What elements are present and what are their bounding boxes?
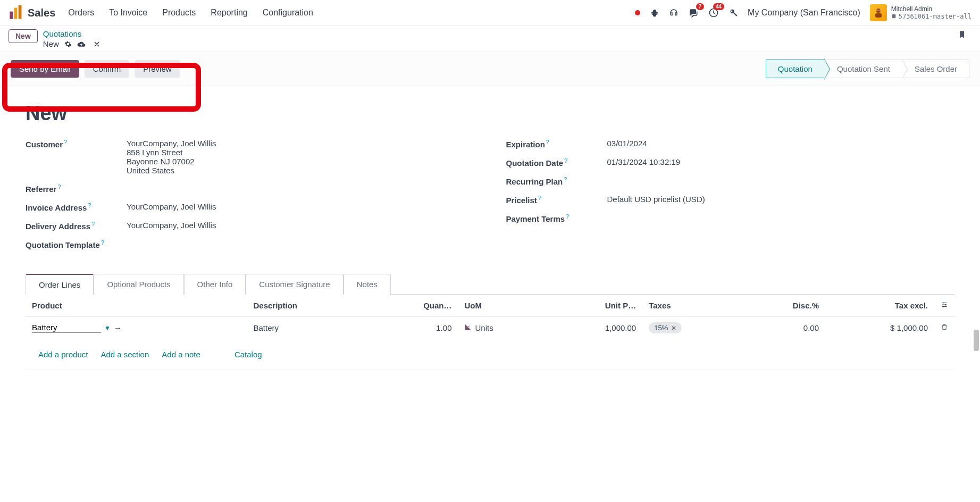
cell-disc[interactable]: 0.00 bbox=[741, 317, 825, 339]
col-options[interactable] bbox=[934, 295, 954, 317]
tools-icon[interactable] bbox=[728, 8, 738, 18]
breadcrumb-quotations[interactable]: Quotations bbox=[43, 29, 100, 38]
cell-unit-price[interactable]: 1,000.00 bbox=[548, 317, 642, 339]
app-brand[interactable]: Sales bbox=[9, 5, 55, 20]
col-tax-excl[interactable]: Tax excl. bbox=[825, 295, 934, 317]
tax-chip[interactable]: 15% ✕ bbox=[649, 322, 682, 333]
action-bar: Send by Email Confirm Preview Quotation … bbox=[0, 52, 980, 86]
svg-rect-2 bbox=[19, 5, 22, 19]
field-pricelist[interactable]: Default USD pricelist (USD) bbox=[607, 195, 705, 204]
label-referrer: Referrer? bbox=[26, 183, 127, 194]
send-by-email-button[interactable]: Send by Email bbox=[11, 60, 79, 78]
status-quotation-sent[interactable]: Quotation Sent bbox=[825, 60, 902, 78]
field-expiration[interactable]: 03/01/2024 bbox=[607, 139, 647, 148]
label-payment-terms: Payment Terms? bbox=[506, 213, 607, 223]
nav-configuration[interactable]: Configuration bbox=[263, 8, 313, 18]
col-description[interactable]: Description bbox=[247, 295, 370, 317]
col-quantity[interactable]: Quan… bbox=[369, 295, 458, 317]
cloud-save-icon[interactable] bbox=[77, 40, 86, 48]
topbar-right: 7 44 My Company (San Francisco) Mitchell… bbox=[635, 4, 971, 21]
scrollbar-thumb[interactable] bbox=[974, 330, 979, 351]
help-icon[interactable]: ? bbox=[64, 139, 67, 145]
help-icon[interactable]: ? bbox=[57, 183, 61, 190]
confirm-button[interactable]: Confirm bbox=[85, 60, 130, 78]
tab-order-lines[interactable]: Order Lines bbox=[26, 274, 94, 295]
label-recurring-plan: Recurring Plan? bbox=[506, 176, 607, 186]
label-pricelist: Pricelist? bbox=[506, 195, 607, 205]
bug-icon[interactable] bbox=[650, 8, 659, 18]
internal-link-icon[interactable]: → bbox=[114, 323, 122, 332]
help-icon[interactable]: ? bbox=[101, 239, 104, 246]
col-disc[interactable]: Disc.% bbox=[741, 295, 825, 317]
database-icon bbox=[891, 14, 897, 19]
record-title: New bbox=[26, 102, 954, 125]
help-icon[interactable]: ? bbox=[546, 139, 549, 145]
nav-orders[interactable]: Orders bbox=[68, 8, 94, 18]
user-menu[interactable]: Mitchell Admin 57361061-master-all bbox=[870, 4, 971, 21]
svg-rect-5 bbox=[875, 13, 882, 18]
topbar: Sales Orders To Invoice Products Reporti… bbox=[0, 0, 980, 26]
status-quotation[interactable]: Quotation bbox=[766, 60, 825, 78]
field-invoice-address[interactable]: YourCompany, Joel Willis bbox=[127, 202, 216, 211]
new-record-button[interactable]: New bbox=[9, 29, 38, 43]
status-sales-order[interactable]: Sales Order bbox=[902, 60, 969, 78]
label-customer: Customer? bbox=[26, 139, 127, 149]
preview-button[interactable]: Preview bbox=[135, 60, 180, 78]
notebook-tabs: Order Lines Optional Products Other Info… bbox=[26, 274, 954, 295]
field-quotation-date[interactable]: 01/31/2024 10:32:19 bbox=[607, 157, 681, 166]
help-icon[interactable]: ? bbox=[564, 157, 567, 164]
company-selector[interactable]: My Company (San Francisco) bbox=[748, 8, 860, 18]
help-icon[interactable]: ? bbox=[538, 195, 541, 201]
cell-description[interactable]: Battery bbox=[247, 317, 370, 339]
delete-row-icon[interactable] bbox=[934, 317, 954, 339]
tab-notes[interactable]: Notes bbox=[344, 274, 391, 295]
label-quotation-date: Quotation Date? bbox=[506, 157, 607, 168]
help-icon[interactable]: ? bbox=[564, 176, 567, 182]
add-section-link[interactable]: Add a section bbox=[100, 350, 149, 359]
tab-other-info[interactable]: Other Info bbox=[184, 274, 246, 295]
nav-to-invoice[interactable]: To Invoice bbox=[109, 8, 147, 18]
sliders-icon bbox=[941, 301, 948, 308]
activities-badge: 44 bbox=[713, 3, 724, 10]
bookmark-icon[interactable] bbox=[958, 29, 966, 40]
svg-rect-1 bbox=[14, 8, 18, 19]
cell-uom[interactable]: Units bbox=[475, 323, 493, 332]
tab-optional-products[interactable]: Optional Products bbox=[94, 274, 183, 295]
activities-icon[interactable]: 44 bbox=[708, 7, 719, 18]
help-icon[interactable]: ? bbox=[566, 213, 569, 220]
help-icon[interactable]: ? bbox=[91, 221, 95, 227]
col-taxes[interactable]: Taxes bbox=[642, 295, 741, 317]
nav-products[interactable]: Products bbox=[162, 8, 196, 18]
catalog-link[interactable]: Catalog bbox=[234, 350, 262, 359]
col-uom[interactable]: UoM bbox=[458, 295, 548, 317]
add-note-link[interactable]: Add a note bbox=[162, 350, 200, 359]
user-info: Mitchell Admin 57361061-master-all bbox=[891, 5, 971, 20]
col-product[interactable]: Product bbox=[26, 295, 247, 317]
product-input[interactable] bbox=[32, 323, 101, 333]
sales-app-icon bbox=[9, 5, 23, 20]
field-delivery-address[interactable]: YourCompany, Joel Willis bbox=[127, 221, 216, 230]
status-bar: Quotation Quotation Sent Sales Order bbox=[766, 60, 969, 78]
col-unit-price[interactable]: Unit P… bbox=[548, 295, 642, 317]
left-column: Customer? YourCompany, Joel Willis 858 L… bbox=[26, 139, 474, 258]
right-column: Expiration? 03/01/2024 Quotation Date? 0… bbox=[506, 139, 955, 258]
cell-tax-excl: $ 1,000.00 bbox=[825, 317, 934, 339]
add-product-link[interactable]: Add a product bbox=[38, 350, 88, 359]
record-indicator-icon[interactable] bbox=[635, 10, 640, 15]
chart-icon[interactable] bbox=[464, 323, 472, 332]
chevron-down-icon[interactable]: ▼ bbox=[104, 324, 111, 332]
table-row[interactable]: ▼ → Battery 1.00 Units bbox=[26, 317, 954, 339]
user-database: 57361061-master-all bbox=[891, 13, 971, 20]
cell-quantity[interactable]: 1.00 bbox=[369, 317, 458, 339]
svg-rect-0 bbox=[10, 12, 13, 19]
gear-icon[interactable] bbox=[64, 40, 72, 48]
main-nav: Orders To Invoice Products Reporting Con… bbox=[68, 8, 313, 18]
help-icon[interactable]: ? bbox=[88, 202, 91, 208]
messaging-icon[interactable]: 7 bbox=[688, 7, 699, 18]
field-customer[interactable]: YourCompany, Joel Willis 858 Lynn Street… bbox=[127, 139, 216, 175]
nav-reporting[interactable]: Reporting bbox=[211, 8, 247, 18]
remove-tax-icon[interactable]: ✕ bbox=[671, 324, 676, 332]
discard-icon[interactable] bbox=[93, 40, 100, 48]
tab-customer-signature[interactable]: Customer Signature bbox=[246, 274, 343, 295]
support-icon[interactable] bbox=[669, 8, 679, 18]
